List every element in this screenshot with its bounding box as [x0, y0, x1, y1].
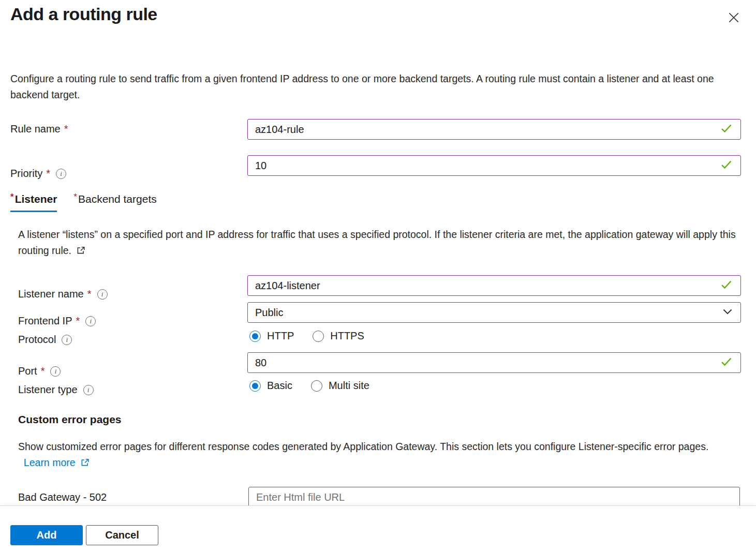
tab-bar: *Listener *Backend targets	[10, 192, 157, 212]
info-icon[interactable]: i	[85, 316, 96, 326]
bad-gateway-502-url-input[interactable]	[256, 491, 732, 503]
required-asterisk: *	[46, 168, 50, 180]
required-asterisk: *	[10, 192, 14, 202]
valid-check-icon	[720, 278, 733, 294]
required-asterisk: *	[64, 123, 68, 135]
dialog-footer: Add Cancel	[0, 505, 756, 552]
protocol-label: Protocol i	[18, 334, 72, 346]
required-asterisk: *	[76, 315, 80, 327]
listener-description: A listener “listens” on a specified port…	[18, 227, 740, 260]
priority-field	[247, 155, 741, 176]
port-label: Port* i	[18, 365, 61, 377]
dialog-scroll-area: Add a routing rule Configure a routing r…	[0, 0, 756, 505]
radio-https[interactable]: HTTPS	[313, 330, 364, 342]
valid-check-icon	[720, 122, 733, 138]
learn-more-link[interactable]: Learn more	[24, 457, 76, 468]
info-icon[interactable]: i	[56, 169, 66, 179]
radio-basic[interactable]: Basic	[249, 380, 292, 392]
radio-http[interactable]: HTTP	[249, 330, 294, 342]
frontend-ip-value: Public	[255, 307, 718, 319]
valid-check-icon	[720, 355, 733, 371]
required-asterisk: *	[87, 288, 92, 300]
radio-circle	[311, 380, 322, 392]
priority-label: Priority* i	[10, 168, 66, 180]
page-title: Add a routing rule	[10, 4, 157, 24]
radio-circle	[249, 331, 261, 342]
chevron-down-icon	[722, 306, 733, 320]
radio-multi-site[interactable]: Multi site	[311, 380, 369, 392]
dialog-description: Configure a routing rule to send traffic…	[10, 71, 717, 103]
radio-circle	[313, 331, 324, 342]
radio-circle	[249, 380, 261, 392]
tab-listener[interactable]: *Listener	[10, 192, 57, 212]
tab-backend-targets[interactable]: *Backend targets	[73, 192, 156, 212]
close-icon[interactable]	[722, 6, 745, 29]
port-field	[247, 352, 741, 373]
rule-name-input[interactable]	[255, 124, 716, 136]
priority-input[interactable]	[255, 160, 716, 172]
info-icon[interactable]: i	[97, 289, 108, 300]
add-button[interactable]: Add	[10, 525, 83, 545]
valid-check-icon	[720, 158, 733, 174]
rule-name-field	[247, 119, 741, 140]
add-routing-rule-dialog: Add a routing rule Configure a routing r…	[0, 0, 756, 552]
listener-name-label: Listener name* i	[18, 288, 108, 300]
port-input[interactable]	[255, 357, 716, 369]
protocol-radio-group: HTTP HTTPS	[249, 330, 383, 342]
required-asterisk: *	[41, 365, 45, 377]
listener-name-input[interactable]	[255, 280, 716, 292]
info-icon[interactable]: i	[50, 366, 61, 377]
info-icon[interactable]: i	[83, 385, 94, 395]
listener-type-radio-group: Basic Multi site	[249, 380, 388, 392]
custom-error-pages-heading: Custom error pages	[18, 413, 122, 426]
rule-name-label: Rule name*	[10, 123, 68, 135]
info-icon[interactable]: i	[62, 335, 72, 345]
listener-type-label: Listener type i	[18, 384, 94, 396]
bad-gateway-502-field	[248, 487, 740, 505]
listener-name-field	[247, 275, 741, 296]
cancel-button[interactable]: Cancel	[86, 525, 158, 545]
frontend-ip-dropdown[interactable]: Public	[247, 302, 741, 323]
frontend-ip-label: Frontend IP* i	[18, 315, 96, 327]
required-asterisk: *	[73, 192, 77, 202]
external-link-icon[interactable]	[76, 246, 85, 257]
bad-gateway-502-label: Bad Gateway - 502	[18, 491, 107, 503]
external-link-icon[interactable]	[78, 458, 90, 469]
custom-error-description: Show customized error pages for differen…	[18, 439, 724, 472]
